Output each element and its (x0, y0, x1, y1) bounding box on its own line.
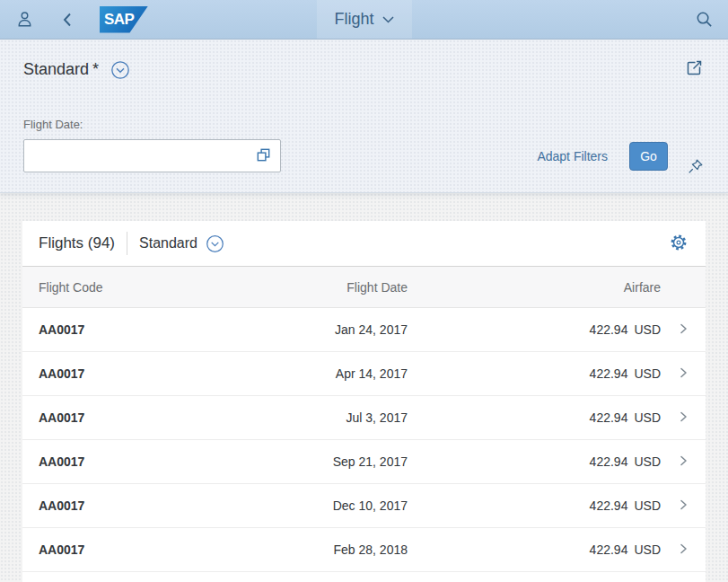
airfare-currency: USD (634, 322, 661, 337)
person-icon (14, 9, 35, 30)
chevron-right-icon (676, 366, 690, 383)
back-button[interactable] (60, 11, 75, 29)
shell-header: SAP Flight (0, 0, 728, 40)
table-body: AA0017 Jan 24, 2017 422.94USD AA0017 Apr… (22, 308, 706, 572)
flight-date-cell: Apr 14, 2017 (220, 366, 408, 381)
table-settings-button[interactable] (670, 234, 688, 254)
variant-row: Standard * (23, 57, 705, 82)
flight-date-cell: Sep 21, 2017 (220, 454, 408, 469)
table-row[interactable]: AA0017 Sep 21, 2017 422.94USD (22, 440, 706, 484)
variant-modified-marker: * (92, 60, 99, 79)
user-profile-button[interactable] (14, 9, 35, 30)
flight-date-cell: Jul 3, 2017 (220, 410, 408, 425)
search-icon (695, 10, 714, 29)
column-header-flight-code: Flight Code (22, 280, 220, 295)
flight-code-cell: AA0017 (22, 542, 220, 557)
filter-header-section: Standard * Flight Date: (0, 40, 728, 193)
airfare-currency: USD (634, 454, 661, 469)
table-row[interactable]: AA0017 Feb 28, 2018 422.94USD (22, 528, 706, 572)
filter-controls: Adapt Filters Go (23, 139, 705, 172)
airfare-currency: USD (634, 366, 661, 381)
table-row[interactable]: AA0017 Dec 10, 2017 422.94USD (22, 484, 706, 528)
chevron-right-icon (676, 410, 690, 427)
row-nav-cell (661, 410, 706, 427)
share-icon (683, 68, 705, 82)
go-button[interactable]: Go (629, 142, 668, 171)
chevron-right-icon (676, 542, 690, 559)
flight-code-cell: AA0017 (22, 498, 220, 513)
airfare-amount: 422.94 (590, 542, 628, 557)
airfare-cell: 422.94USD (408, 542, 661, 557)
airfare-cell: 422.94USD (408, 366, 661, 381)
row-nav-cell (661, 454, 706, 471)
flight-date-cell: Dec 10, 2017 (220, 498, 408, 513)
airfare-cell: 422.94USD (408, 454, 661, 469)
airfare-amount: 422.94 (590, 454, 628, 469)
gear-icon (670, 234, 688, 254)
table-variant-label: Standard (139, 235, 197, 251)
toolbar-divider (127, 232, 127, 255)
column-header-airfare: Airfare (408, 280, 661, 295)
flight-code-cell: AA0017 (22, 322, 220, 337)
table-variant-selector[interactable]: Standard (139, 234, 224, 253)
value-help-icon (255, 146, 272, 166)
table-toolbar: Flights (94) Standard (22, 221, 706, 266)
search-button[interactable] (695, 10, 714, 29)
chevron-down-circle-icon (110, 60, 130, 80)
airfare-cell: 422.94USD (408, 410, 661, 425)
row-nav-cell (661, 498, 706, 515)
chevron-right-icon (676, 498, 690, 515)
airfare-cell: 422.94USD (408, 322, 661, 337)
pushpin-icon (686, 166, 705, 180)
flight-date-input[interactable] (24, 140, 252, 172)
page-content: Flights (94) Standard (0, 193, 728, 582)
chevron-down-icon (382, 16, 394, 23)
airfare-amount: 422.94 (590, 322, 628, 337)
flight-date-label: Flight Date: (23, 118, 705, 131)
airfare-amount: 422.94 (590, 410, 628, 425)
app-title: Flight (334, 10, 373, 29)
table-row[interactable]: AA0017 Apr 14, 2017 422.94USD (22, 352, 706, 396)
airfare-cell: 422.94USD (408, 498, 661, 513)
table-row[interactable]: AA0017 Jan 24, 2017 422.94USD (22, 308, 706, 352)
flight-code-cell: AA0017 (22, 454, 220, 469)
back-chevron-icon (60, 11, 75, 29)
flight-date-cell: Feb 28, 2018 (220, 542, 408, 557)
flight-date-field (23, 139, 281, 172)
row-nav-cell (661, 542, 706, 559)
page-variant-selector[interactable]: Standard * (23, 60, 130, 80)
chevron-right-icon (676, 454, 690, 471)
value-help-button[interactable] (252, 144, 275, 169)
airfare-amount: 422.94 (590, 366, 628, 381)
row-nav-cell (661, 366, 706, 383)
airfare-currency: USD (634, 542, 661, 557)
adapt-filters-link[interactable]: Adapt Filters (537, 149, 608, 163)
flight-date-cell: Jan 24, 2017 (220, 322, 408, 337)
pin-button[interactable] (686, 156, 705, 180)
table-header-row: Flight Code Flight Date Airfare (22, 266, 706, 308)
chevron-down-circle-icon (206, 234, 224, 253)
airfare-amount: 422.94 (590, 498, 628, 513)
row-nav-cell (661, 322, 706, 339)
share-button[interactable] (683, 57, 705, 82)
app-title-menu-button[interactable]: Flight (316, 0, 411, 39)
chevron-right-icon (676, 322, 690, 339)
table-row[interactable]: AA0017 Jul 3, 2017 422.94USD (22, 396, 706, 440)
column-header-flight-date: Flight Date (220, 280, 408, 295)
airfare-currency: USD (634, 410, 661, 425)
sap-logo: SAP (100, 6, 148, 33)
table-title: Flights (94) (39, 234, 115, 252)
airfare-currency: USD (634, 498, 661, 513)
flight-code-cell: AA0017 (22, 366, 220, 381)
variant-title: Standard (23, 60, 89, 79)
flights-table-card: Flights (94) Standard (22, 221, 706, 582)
flight-code-cell: AA0017 (22, 410, 220, 425)
